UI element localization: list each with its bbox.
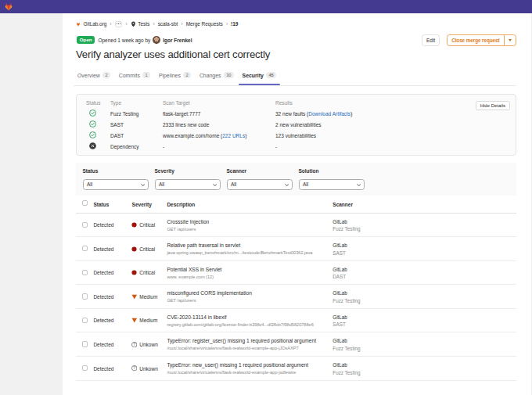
vuln-location: www. example.com (12) <box>167 275 221 279</box>
severity-unknown-icon: ? <box>131 341 138 347</box>
tab-overview[interactable]: Overview2 <box>74 69 114 82</box>
vuln-scanner-vendor: GitLab <box>332 219 360 224</box>
tab-changes[interactable]: Changes30 <box>196 69 238 82</box>
vuln-title[interactable]: TypeError: new_user() missing 1 required… <box>167 362 308 368</box>
results-text: 2 new vulnerabilities <box>275 122 322 127</box>
vuln-severity: Unkown <box>139 342 157 347</box>
filter-severity: SeverityAll <box>155 168 221 190</box>
row-checkbox[interactable] <box>82 270 88 275</box>
scan-target: 2333 lines new code <box>163 122 209 127</box>
vulnerability-row[interactable]: DetectedCriticalRelative path traversal … <box>76 237 516 261</box>
vuln-status: Detected <box>93 342 113 347</box>
breadcrumb-ellipsis-button[interactable] <box>115 21 123 27</box>
filter-scanner-select[interactable]: All <box>227 179 293 190</box>
vuln-title[interactable]: CVE-2020-13114 in libexif <box>167 314 313 320</box>
vuln-scanner-type: Fuzz Testing <box>332 298 360 303</box>
vuln-severity: Medium <box>139 294 157 300</box>
filter-label: Status <box>83 168 149 174</box>
author-avatar[interactable] <box>153 36 160 44</box>
vuln-scanner-type: Fuzz Testing <box>332 226 360 232</box>
mr-title: Verify analyzer uses additional cert cor… <box>76 48 516 60</box>
report-row: Fuzz Testingflask-target:777732 new faul… <box>77 111 516 118</box>
tab-commits[interactable]: Commits1 <box>115 69 154 82</box>
vuln-location: GET /api/users <box>167 298 251 303</box>
vulnerability-table-header: Status Severity Description Scanner <box>76 196 516 214</box>
row-checkbox[interactable] <box>82 318 88 323</box>
vuln-scanner-vendor: GitLab <box>332 290 360 296</box>
tab-count-badge: 30 <box>224 72 234 78</box>
vulnerability-row[interactable]: DetectedMediumCVE-2020-13114 in libexifr… <box>76 309 516 333</box>
mr-tabs: Overview2Commits1Pipelines2Changes30Secu… <box>74 69 516 86</box>
vuln-location: /root/.local/share/virtualenvs/flask-rea… <box>167 346 316 350</box>
results-link[interactable]: Download Artifacts <box>308 111 350 117</box>
report-row: DASTwww.example.com/home (222 URLs)123 v… <box>77 133 516 140</box>
vuln-scanner-type: Fuzz Testing <box>332 346 360 351</box>
vuln-title[interactable]: Potential XSS in Servlet <box>167 267 221 272</box>
tab-count-badge: 2 <box>102 72 110 78</box>
tab-pipelines[interactable]: Pipelines2 <box>155 69 195 82</box>
row-checkbox[interactable] <box>82 246 88 251</box>
tab-count-badge: 1 <box>142 72 150 78</box>
tab-label: Security <box>243 73 264 78</box>
close-merge-request-dropdown[interactable] <box>504 35 516 45</box>
vulnerability-row[interactable]: DetectedMediummisconfigured CORS impleme… <box>76 285 516 309</box>
filter-solution-select[interactable]: All <box>299 179 365 190</box>
vuln-scanner-vendor: GitLab <box>332 362 360 368</box>
vulnerability-row[interactable]: DetectedCriticalCrosssite InjectionGET /… <box>76 214 516 238</box>
results-text: 123 vulnerabilities <box>275 133 316 138</box>
severity-critical-icon <box>131 246 138 252</box>
report-col-status: Status <box>86 100 100 106</box>
row-checkbox[interactable] <box>82 293 88 299</box>
row-checkbox[interactable] <box>82 341 88 347</box>
hide-details-button[interactable]: Hide Details <box>476 101 509 110</box>
vuln-scanner-type: SAST <box>332 321 347 327</box>
author-name[interactable]: Igor Frenkel <box>163 38 192 43</box>
vuln-status: Detected <box>93 222 113 228</box>
breadcrumb-separator: › <box>226 21 228 27</box>
filter-label: Severity <box>155 168 221 174</box>
scan-target: flask-target:7777 <box>163 111 200 117</box>
vuln-severity: Unkown <box>139 366 157 372</box>
col-description: Description <box>167 202 195 207</box>
mr-state-badge: Open <box>77 36 95 44</box>
status-success-icon <box>89 120 96 127</box>
vulnerability-row[interactable]: DetectedCriticalPotential XSS in Servlet… <box>76 261 516 285</box>
vuln-title[interactable]: TypeError: register_user() missing 1 req… <box>167 338 316 343</box>
tab-security[interactable]: Security45 <box>239 69 280 82</box>
row-checkbox[interactable] <box>82 365 88 371</box>
gitlab-logo-icon[interactable] <box>4 2 13 11</box>
select-all-checkbox[interactable] <box>82 200 88 206</box>
close-merge-request-button[interactable]: Close merge request <box>448 35 503 45</box>
close-merge-request-split-button: Close merge request <box>447 34 516 46</box>
report-row: Dependency-- <box>77 144 516 151</box>
vulnerability-row[interactable]: Detected?UnkownTypeError: register_user(… <box>76 332 516 357</box>
scan-type: DAST <box>110 133 124 138</box>
vuln-title[interactable]: Relative path traversal in servlet <box>167 242 312 248</box>
severity-medium-icon <box>131 293 138 300</box>
tab-label: Overview <box>77 73 100 78</box>
row-checkbox[interactable] <box>82 222 88 228</box>
edit-button[interactable]: Edit <box>422 34 440 46</box>
filter-severity-select[interactable]: All <box>155 179 221 190</box>
breadcrumb-merge-requests[interactable]: Merge Requests <box>186 21 223 27</box>
severity-medium-icon <box>131 318 138 324</box>
breadcrumb-group[interactable]: GitLab.org <box>84 21 107 27</box>
vuln-title[interactable]: Crosssite Injection <box>167 219 209 224</box>
breadcrumb-repo[interactable]: scala-sbt <box>158 21 178 27</box>
tab-count-badge: 2 <box>183 72 191 78</box>
main-content: GitLab.org › › Tests › scala-sbt › Merge… <box>63 13 532 395</box>
vuln-title[interactable]: misconfigured CORS implementation <box>167 290 251 296</box>
mr-actions: Edit Close merge request <box>422 34 516 46</box>
vuln-scanner-vendor: GitLab <box>332 314 347 320</box>
mr-byline-text: Opened 1 week ago by <box>98 38 150 43</box>
filter-status-select[interactable]: All <box>83 179 149 190</box>
top-navbar <box>0 0 532 13</box>
project-pin-icon <box>131 21 136 27</box>
filter-value: All <box>87 181 92 187</box>
scan-target-link[interactable]: 222 URLs <box>222 133 245 138</box>
filter-scanner: ScannerAll <box>227 168 293 190</box>
breadcrumb-project[interactable]: Tests <box>138 21 149 27</box>
breadcrumb: GitLab.org › › Tests › scala-sbt › Merge… <box>76 19 516 29</box>
vuln-scanner-vendor: GitLab <box>332 242 347 248</box>
vulnerability-row[interactable]: Detected?UnkownTypeError: new_user() mis… <box>76 357 516 381</box>
